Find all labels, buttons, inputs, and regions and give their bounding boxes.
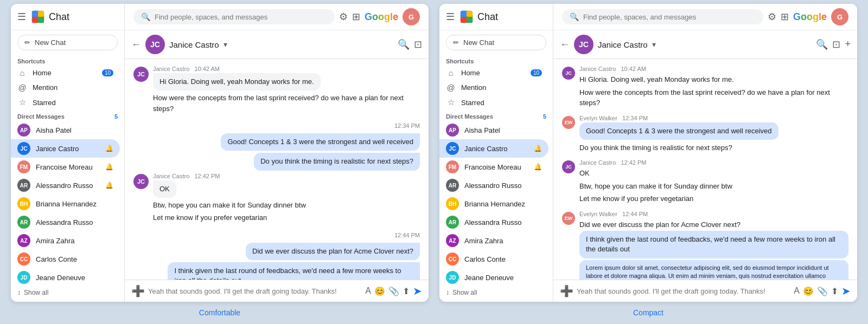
- compact-sidebar-item-carlos[interactable]: CC Carlos Conte: [439, 250, 548, 268]
- new-chat-icon: ✏: [24, 38, 30, 47]
- compact-sidebar-item-alessandra[interactable]: AR Alessandra Russo: [439, 213, 548, 231]
- compact-sidebar-item-mention[interactable]: @ Mention: [439, 80, 548, 95]
- compact-star-icon: ☆: [446, 98, 456, 107]
- comfortable-top-bar: 🔍 ⚙ ⊞ Google G: [125, 4, 429, 30]
- compact-sidebar-item-janice[interactable]: JC Janice Castro 🔔: [439, 139, 548, 158]
- compact-avatar-jeane: JD: [446, 271, 459, 284]
- compact-back-button[interactable]: ←: [560, 39, 570, 50]
- attachment-icon[interactable]: 📎: [388, 286, 399, 296]
- compact-emoji-icon[interactable]: 😊: [803, 286, 814, 296]
- comfortable-chat-messages: JC Janice Castro 10:42 AM Hi Gloria. Doi…: [125, 59, 429, 280]
- compact-sidebar-item-starred[interactable]: ☆ Starred: [439, 95, 548, 110]
- compact-msg-text-1b: How were the concepts from the last spri…: [579, 86, 848, 109]
- settings-icon[interactable]: ⚙: [339, 11, 348, 23]
- compact-grid-icon[interactable]: ⊞: [781, 11, 789, 23]
- send-button[interactable]: ➤: [413, 284, 422, 297]
- search-input[interactable]: [155, 13, 327, 21]
- msg-meta-2: Janice Castro 12:42 PM: [153, 173, 420, 179]
- compact-attachment-icon[interactable]: 📎: [817, 286, 828, 296]
- compact-settings-icon[interactable]: ⚙: [768, 11, 776, 23]
- compact-new-chat-button[interactable]: ✏ New Chat: [446, 35, 546, 50]
- sidebar-item-carlos[interactable]: CC Carlos Conte: [11, 250, 120, 268]
- sidebar-item-alessandra[interactable]: AR Alessandra Russo: [11, 213, 120, 231]
- compact-video-call-icon[interactable]: ⊡: [832, 38, 840, 50]
- msg-text-1b: How were the concepts from the last spri…: [153, 93, 420, 114]
- compact-show-all-dm[interactable]: ↕ Show all: [439, 287, 553, 299]
- sidebar-item-janice[interactable]: JC Janice Castro 🔔: [11, 139, 120, 158]
- comfortable-search-box[interactable]: 🔍: [133, 9, 335, 24]
- sent-bubble-4: I think given the last round of feedback…: [168, 262, 420, 280]
- add-button[interactable]: ➕: [131, 284, 145, 297]
- msg-text-2c: Let me know if you prefer vegetarian: [153, 212, 420, 223]
- compact-sidebar-item-francoise[interactable]: FM Francoise Moreau 🔔: [439, 158, 548, 176]
- compact-sidebar-item-jeane[interactable]: JD Jeane Deneuve: [439, 268, 548, 287]
- compact-msg-row-janice-1: JC Janice Castro 10:42 AM Hi Gloria. Doi…: [562, 66, 848, 109]
- format-icon[interactable]: A: [365, 286, 371, 296]
- compact-format-icon[interactable]: A: [794, 286, 800, 296]
- compact-avatar-brianna: BH: [446, 197, 459, 210]
- compact-chat-input[interactable]: [577, 287, 790, 295]
- sidebar-item-starred[interactable]: ☆ Starred: [11, 95, 120, 110]
- compact-plus-icon[interactable]: +: [845, 38, 851, 50]
- hamburger-icon[interactable]: ☰: [17, 11, 26, 23]
- back-button[interactable]: ←: [131, 39, 141, 50]
- compact-add-button[interactable]: ➕: [560, 284, 573, 297]
- show-all-dm[interactable]: ↕ Show all: [11, 287, 124, 299]
- compact-mention-icon: @: [446, 83, 456, 92]
- sidebar-item-brianna[interactable]: BH Brianna Hernandez: [11, 195, 120, 213]
- sidebar-item-mention[interactable]: @ Mention: [11, 80, 120, 95]
- comfortable-new-chat-button[interactable]: ✏ New Chat: [17, 35, 118, 50]
- compact-sidebar-item-aisha[interactable]: AP Aisha Patel: [439, 121, 548, 139]
- google-button[interactable]: Google: [365, 11, 398, 23]
- comfortable-chat-input[interactable]: [148, 287, 362, 295]
- sent-row-4: I think given the last round of feedback…: [133, 262, 420, 280]
- msg-avatar-janice: JC: [133, 67, 149, 82]
- comfortable-contact-name: Janice Castro: [169, 40, 219, 49]
- compact-google-button[interactable]: Google: [793, 11, 827, 23]
- compact-msg-text-e1b: Do you think the timing is realistic for…: [579, 141, 848, 154]
- compact-new-chat-icon: ✏: [453, 38, 459, 47]
- compact-sidebar: ☰ Chat ✏ New Chat Shortcuts: [439, 4, 553, 302]
- msg-row-janice-1: JC Janice Castro 10:42 AM Hi Gloria. Doi…: [133, 66, 420, 114]
- compact-contact-name: Janice Castro: [598, 40, 648, 49]
- chevron-down-icon[interactable]: ▾: [224, 40, 227, 49]
- user-avatar[interactable]: G: [403, 8, 420, 25]
- msg-bubble-2a: OK: [153, 180, 176, 198]
- compact-sidebar-item-alessandro[interactable]: AR Alessandro Russo: [439, 176, 548, 195]
- sidebar-item-jeane[interactable]: JD Jeane Deneuve: [11, 268, 120, 287]
- compact-search-box[interactable]: 🔍: [562, 9, 763, 24]
- msg-group-2: JC Janice Castro 12:42 PM OK Btw, hope y…: [133, 173, 420, 224]
- compact-msg-content-evelyn-2: Evelyn Walker 12:44 PM Did we ever discu…: [579, 211, 848, 280]
- compact-input-actions: A 😊 📎 ⬆: [794, 286, 838, 296]
- compact-msg-text-e2a: Did we ever discuss the plan for Acme Cl…: [579, 218, 848, 231]
- sidebar-item-home[interactable]: ⌂ Home 10: [11, 66, 120, 80]
- compact-chevron-down-icon[interactable]: ▾: [652, 40, 656, 49]
- compact-search-chat-icon[interactable]: 🔍: [816, 38, 828, 50]
- sidebar-item-alessandro[interactable]: AR Alessandro Russo 🔔: [11, 176, 120, 195]
- sent-bubble-2: Do you think the timing is realistic for…: [254, 153, 420, 170]
- video-call-icon[interactable]: ⊡: [414, 38, 422, 50]
- mention-icon: @: [17, 83, 27, 92]
- compact-msg-avatar-janice: JC: [562, 67, 575, 80]
- compact-search-input[interactable]: [583, 13, 756, 21]
- home-icon: ⌂: [17, 68, 27, 77]
- upload-icon[interactable]: ⬆: [403, 286, 410, 296]
- compact-sidebar-item-brianna[interactable]: BH Brianna Hernandez: [439, 195, 548, 213]
- emoji-icon[interactable]: 😊: [374, 286, 385, 296]
- grid-icon[interactable]: ⊞: [352, 11, 360, 23]
- sent-bubble-3: Did we ever discuss the plan for Acme Cl…: [246, 243, 420, 260]
- compact-send-button[interactable]: ➤: [841, 284, 851, 297]
- sidebar-item-amira[interactable]: AZ Amira Zahra: [11, 231, 120, 250]
- compact-sidebar-item-home[interactable]: ⌂ Home 10: [439, 66, 548, 80]
- sent-bubble-1: Good! Concepts 1 & 3 were the strongest …: [221, 133, 420, 151]
- sidebar-item-francoise[interactable]: FM Francoise Moreau 🔔: [11, 158, 120, 176]
- compact-hamburger-icon[interactable]: ☰: [446, 11, 455, 23]
- compact-sidebar-item-amira[interactable]: AZ Amira Zahra: [439, 231, 548, 250]
- search-chat-icon[interactable]: 🔍: [398, 38, 410, 50]
- msg-content-1: Janice Castro 10:42 AM Hi Gloria. Doing …: [153, 66, 420, 114]
- compact-sent-bubble-1: Good! Concepts 1 & 3 were the strongest …: [579, 122, 778, 140]
- compact-upload-icon[interactable]: ⬆: [831, 286, 838, 296]
- compact-user-avatar[interactable]: G: [831, 8, 848, 25]
- svg-rect-8: [461, 17, 467, 23]
- sidebar-item-aisha[interactable]: AP Aisha Patel: [11, 121, 120, 139]
